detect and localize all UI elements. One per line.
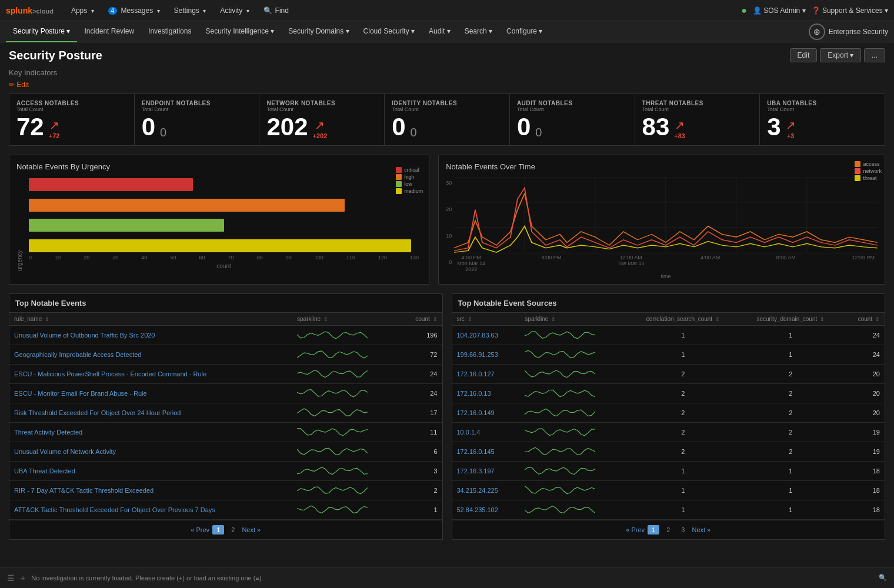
bar-high-fill <box>29 199 345 212</box>
nav-apps[interactable]: Apps ▾ <box>65 4 100 17</box>
src-cell[interactable]: 10.0.1.4 <box>452 423 521 442</box>
key-indicators-label: Key Indicators <box>9 68 885 77</box>
events-page-2[interactable]: 2 <box>227 525 239 534</box>
sparkline-cell <box>292 462 400 481</box>
src-cell[interactable]: 172.16.0.149 <box>452 403 521 423</box>
notable-endpoint-zero: 0 <box>160 126 166 139</box>
top-nav: splunk>cloud Apps ▾ 4 Messages ▾ Setting… <box>0 0 894 21</box>
col-src[interactable]: src ⇕ <box>452 313 521 326</box>
nav-admin[interactable]: 👤 SOS Admin ▾ <box>753 6 806 15</box>
nav-cloud-security[interactable]: Cloud Security ▾ <box>356 21 422 42</box>
nav-security-intelligence[interactable]: Security Intelligence ▾ <box>198 21 281 42</box>
notable-uba-title: UBA NOTABLES <box>767 100 878 106</box>
page-title-row: Security Posture Edit Export ▾ ... <box>9 48 885 62</box>
rule-name-cell[interactable]: Threat Activity Detected <box>9 423 292 442</box>
sec-count-cell: 2 <box>739 365 843 384</box>
count-cell: 17 <box>400 403 442 423</box>
notable-access-count: 72 <box>16 115 44 139</box>
sparkline-svg <box>525 484 595 496</box>
events-next-link[interactable]: Next » <box>242 526 261 533</box>
nav-security-posture[interactable]: Security Posture ▾ <box>6 21 77 42</box>
nav-configure[interactable]: Configure ▾ <box>499 21 549 42</box>
nav-security-domains[interactable]: Security Domains ▾ <box>281 21 356 42</box>
src-cell[interactable]: 199.66.91.253 <box>452 345 521 365</box>
sparkline-cell <box>292 442 400 462</box>
notable-threat[interactable]: THREAT NOTABLES Total Count 83 ↗ +83 <box>635 94 760 145</box>
src-cell[interactable]: 172.16.0.13 <box>452 384 521 403</box>
table-row: 172.16.0.145 2 2 19 <box>452 442 885 462</box>
notable-audit-count: 0 <box>517 115 531 139</box>
col-count[interactable]: count ⇕ <box>400 313 442 326</box>
col-security-domain-count[interactable]: security_domain_count ⇕ <box>739 313 843 326</box>
sources-page-3[interactable]: 3 <box>677 525 689 534</box>
nav-investigations[interactable]: Investigations <box>141 21 198 42</box>
events-pagination: « Prev 1 2 Next » <box>9 520 442 539</box>
notable-access-delta: +72 <box>49 132 60 139</box>
notable-identity[interactable]: IDENTITY NOTABLES Total Count 0 0 <box>385 94 510 145</box>
notable-endpoint[interactable]: ENDPOINT NOTABLES Total Count 0 0 <box>135 94 260 145</box>
bar-low <box>29 218 419 233</box>
enterprise-logo: ⊕ Enterprise Security <box>809 24 888 40</box>
logo[interactable]: splunk>cloud <box>6 6 54 15</box>
sources-page-2[interactable]: 2 <box>662 525 674 534</box>
legend-access-label: access <box>863 161 879 167</box>
nav-activity[interactable]: Activity ▾ <box>214 4 255 17</box>
nav-audit[interactable]: Audit ▾ <box>422 21 458 42</box>
events-page-1[interactable]: 1 <box>212 525 224 534</box>
events-prev-link[interactable]: « Prev <box>191 526 209 533</box>
src-cell[interactable]: 172.16.3.197 <box>452 462 521 481</box>
notable-threat-delta: +83 <box>674 132 685 139</box>
top-nav-items: Apps ▾ 4 Messages ▾ Settings ▾ Activity … <box>65 4 741 17</box>
sources-prev-link[interactable]: « Prev <box>626 526 645 533</box>
count-cell: 24 <box>400 365 442 384</box>
edit-indicators-link[interactable]: ✏ Edit <box>9 81 29 89</box>
sources-page-1[interactable]: 1 <box>648 525 659 534</box>
notable-network-count: 202 <box>266 115 308 139</box>
src-cell[interactable]: 34.215.24.225 <box>452 481 521 500</box>
sources-next-link[interactable]: Next » <box>692 526 710 533</box>
col-correlation-search-count[interactable]: correlation_search_count ⇕ <box>628 313 739 326</box>
threat-color-dot <box>855 175 860 181</box>
src-cell[interactable]: 172.16.0.145 <box>452 442 521 462</box>
rule-name-cell[interactable]: ESCU - Monitor Email For Brand Abuse - R… <box>9 384 292 403</box>
table-row: 199.66.91.253 1 1 24 <box>452 345 885 365</box>
col-src-sparkline[interactable]: sparkline ⇕ <box>520 313 627 326</box>
src-cell[interactable]: 172.16.0.127 <box>452 365 521 384</box>
notable-identity-subtitle: Total Count <box>392 106 502 112</box>
notable-uba[interactable]: UBA NOTABLES Total Count 3 ↗ +3 <box>760 94 885 145</box>
nav-search[interactable]: Search ▾ <box>458 21 499 42</box>
overtime-chart-area: 30 20 10 0 <box>446 177 878 277</box>
rule-name-cell[interactable]: Unusual Volume of Network Activity <box>9 442 292 462</box>
nav-settings[interactable]: Settings ▾ <box>168 4 212 17</box>
rule-name-cell[interactable]: UBA Threat Detected <box>9 462 292 481</box>
rule-name-cell[interactable]: Unusual Volume of Outbound Traffic By Sr… <box>9 326 292 345</box>
notable-access[interactable]: ACCESS NOTABLES Total Count 72 ↗ +72 <box>9 94 135 145</box>
nav-find[interactable]: 🔍 Find <box>258 4 295 17</box>
more-button[interactable]: ... <box>864 48 885 62</box>
rule-name-cell[interactable]: ESCU - Malicious PowerShell Process - En… <box>9 365 292 384</box>
sparkline-svg <box>297 348 368 360</box>
count-cell: 24 <box>400 384 442 403</box>
urgency-chart-title: Notable Events By Urgency <box>16 162 422 171</box>
col-rule-name[interactable]: rule_name ⇕ <box>9 313 292 326</box>
notable-network-count-row: 202 ↗ +202 <box>266 115 377 139</box>
notable-audit[interactable]: AUDIT NOTABLES Total Count 0 0 <box>510 94 635 145</box>
nav-support[interactable]: ❓ Support & Services ▾ <box>812 6 888 15</box>
src-cell[interactable]: 104.207.83.63 <box>452 326 521 345</box>
export-button[interactable]: Export ▾ <box>820 48 861 62</box>
col-sparkline[interactable]: sparkline ⇕ <box>292 313 400 326</box>
rule-name-cell[interactable]: Geographically Improbable Access Detecte… <box>9 345 292 365</box>
nav-incident-review[interactable]: Incident Review <box>77 21 141 42</box>
rule-name-cell[interactable]: ATT&CK Tactic Threshold Exceeded For Obj… <box>9 500 292 520</box>
col-src-count[interactable]: count ⇕ <box>843 313 885 326</box>
rule-name-cell[interactable]: Risk Threshold Exceeded For Object Over … <box>9 403 292 423</box>
top-notable-events-table: Top Notable Events rule_name ⇕ sparkline… <box>9 293 443 540</box>
nav-messages[interactable]: 4 Messages ▾ <box>102 4 166 17</box>
count-cell: 6 <box>400 442 442 462</box>
src-cell[interactable]: 52.84.235.102 <box>452 500 521 520</box>
edit-button[interactable]: Edit <box>790 48 818 62</box>
rule-name-cell[interactable]: RIR - 7 Day ATT&CK Tactic Threshold Exce… <box>9 481 292 500</box>
notable-network[interactable]: NETWORK NOTABLES Total Count 202 ↗ +202 <box>259 94 385 145</box>
top-notable-sources-table: Top Notable Event Sources src ⇕ sparklin… <box>452 293 886 540</box>
notables-row: ACCESS NOTABLES Total Count 72 ↗ +72 END… <box>9 93 885 146</box>
